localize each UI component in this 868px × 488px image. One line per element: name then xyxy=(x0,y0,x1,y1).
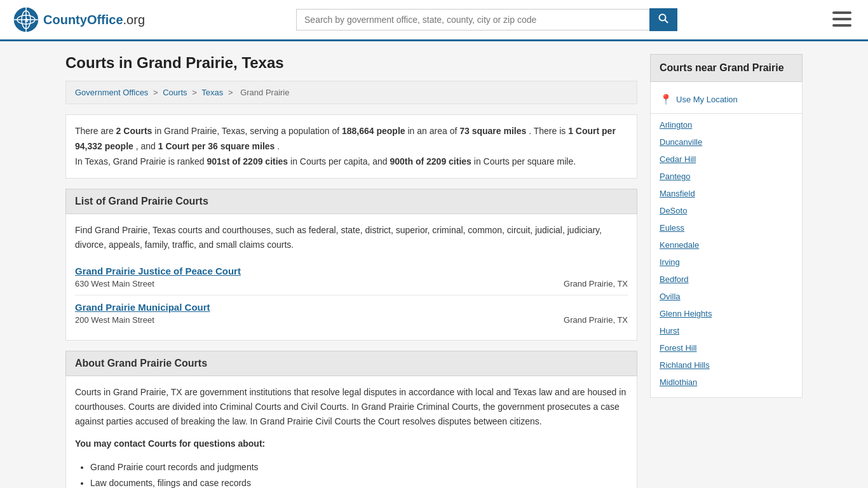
stats-rank-sqmile: 900th of 2209 cities xyxy=(390,156,471,166)
sidebar-link-pantego[interactable]: Pantego xyxy=(651,168,802,185)
location-pin-icon: 📍 xyxy=(660,93,672,105)
sidebar-link-hurst[interactable]: Hurst xyxy=(651,322,802,339)
court-link-2[interactable]: Grand Prairie Municipal Court xyxy=(75,302,210,313)
sidebar-link-forest-hill[interactable]: Forest Hill xyxy=(651,339,802,356)
sidebar-link-ovilla[interactable]: Ovilla xyxy=(651,288,802,305)
search-button[interactable] xyxy=(649,8,677,31)
page-title: Courts in Grand Prairie, Texas xyxy=(65,54,637,72)
sidebar-link-bedford[interactable]: Bedford xyxy=(651,271,802,288)
court-city-1: Grand Prairie, TX xyxy=(564,279,628,288)
sidebar-link-cedar-hill[interactable]: Cedar Hill xyxy=(651,151,802,168)
stats-text1: There are xyxy=(75,126,116,136)
about-body-text: Courts in Grand Prairie, TX are governme… xyxy=(75,385,628,429)
content-area: Courts in Grand Prairie, Texas Governmen… xyxy=(65,54,637,488)
svg-rect-11 xyxy=(832,24,851,27)
about-section-header: About Grand Prairie Courts xyxy=(65,351,637,376)
contact-item-2: Law documents, filings and case records xyxy=(90,475,628,488)
svg-rect-9 xyxy=(832,11,851,14)
use-my-location[interactable]: 📍 Use My Location xyxy=(651,88,802,111)
sidebar-title: Courts near Grand Prairie xyxy=(650,54,803,82)
about-section-body: Courts in Grand Prairie, TX are governme… xyxy=(65,376,637,488)
court-details-1: 630 West Main Street Grand Prairie, TX xyxy=(75,279,628,288)
court-name-2: Grand Prairie Municipal Court xyxy=(75,302,628,313)
stats-per-sqmile: 1 Court per 36 square miles xyxy=(158,141,275,151)
court-address-2: 200 West Main Street xyxy=(75,315,154,325)
sidebar-link-irving[interactable]: Irving xyxy=(651,254,802,271)
search-input[interactable] xyxy=(296,9,649,30)
sidebar-link-richland-hills[interactable]: Richland Hills xyxy=(651,356,802,374)
stats-population: 188,664 people xyxy=(342,126,405,136)
stats-count: 2 Courts xyxy=(116,126,153,136)
sidebar-link-duncanville[interactable]: Duncanville xyxy=(651,133,802,151)
list-section: List of Grand Prairie Courts Find Grand … xyxy=(65,189,637,341)
court-link-1[interactable]: Grand Prairie Justice of Peace Court xyxy=(75,266,241,276)
svg-rect-10 xyxy=(832,18,851,20)
breadcrumb-texas[interactable]: Texas xyxy=(201,88,223,97)
sidebar: Courts near Grand Prairie 📍 Use My Locat… xyxy=(650,54,803,488)
court-name-1: Grand Prairie Justice of Peace Court xyxy=(75,266,628,276)
svg-line-8 xyxy=(665,20,668,24)
contact-list: Grand Prairie court records and judgment… xyxy=(90,459,628,488)
court-entry-2: Grand Prairie Municipal Court 200 West M… xyxy=(75,295,628,331)
svg-point-7 xyxy=(660,15,666,21)
menu-button[interactable] xyxy=(829,8,855,32)
court-details-2: 200 West Main Street Grand Prairie, TX xyxy=(75,315,628,325)
stats-text4: . There is xyxy=(529,126,568,136)
stats-area: 73 square miles xyxy=(459,126,526,136)
list-description: Find Grand Prairie, Texas courts and cou… xyxy=(75,223,628,252)
search-bar xyxy=(296,8,677,31)
court-entry-1: Grand Prairie Justice of Peace Court 630… xyxy=(75,259,628,295)
list-section-header: List of Grand Prairie Courts xyxy=(65,189,637,214)
main-container: Courts in Grand Prairie, Texas Governmen… xyxy=(53,41,815,488)
breadcrumb-gov-offices[interactable]: Government Offices xyxy=(75,88,148,97)
sidebar-divider xyxy=(651,113,802,114)
sidebar-link-mansfield[interactable]: Mansfield xyxy=(651,185,802,202)
stats-rank-text3: in Courts per square mile. xyxy=(474,156,576,166)
stats-text5: , and xyxy=(136,141,158,151)
stats-rank-capita: 901st of 2209 cities xyxy=(207,156,288,166)
stats-section: There are 2 Courts in Grand Prairie, Tex… xyxy=(65,114,637,179)
hamburger-icon xyxy=(832,11,851,27)
sidebar-link-desoto[interactable]: DeSoto xyxy=(651,202,802,219)
svg-text:★: ★ xyxy=(24,17,30,24)
use-location-label: Use My Location xyxy=(676,95,738,104)
about-section: About Grand Prairie Courts Courts in Gra… xyxy=(65,351,637,488)
stats-text2: in Grand Prairie, Texas, serving a popul… xyxy=(154,126,342,136)
contact-label: You may contact Courts for questions abo… xyxy=(75,437,628,451)
sidebar-link-kennedale[interactable]: Kennedale xyxy=(651,236,802,254)
breadcrumb-current: Grand Prairie xyxy=(240,88,289,97)
breadcrumb-courts[interactable]: Courts xyxy=(163,88,187,97)
sidebar-link-euless[interactable]: Euless xyxy=(651,219,802,236)
logo-text: CountyOffice.org xyxy=(43,13,145,27)
stats-rank-text2: in Courts per capita, and xyxy=(290,156,390,166)
sidebar-content: 📍 Use My Location Arlington Duncanville … xyxy=(650,82,803,398)
stats-text6: . xyxy=(277,141,280,151)
logo-icon: ★ xyxy=(13,6,39,33)
search-icon xyxy=(658,13,668,24)
stats-rank-text1: In Texas, Grand Prairie is ranked xyxy=(75,156,207,166)
breadcrumb-sep3: > xyxy=(228,88,235,97)
court-address-1: 630 West Main Street xyxy=(75,279,154,288)
breadcrumb: Government Offices > Courts > Texas > Gr… xyxy=(65,81,637,104)
court-city-2: Grand Prairie, TX xyxy=(564,315,628,325)
contact-item-1: Grand Prairie court records and judgment… xyxy=(90,459,628,475)
sidebar-link-glenn-heights[interactable]: Glenn Heights xyxy=(651,305,802,322)
sidebar-link-midlothian[interactable]: Midlothian xyxy=(651,374,802,391)
stats-text3: in an area of xyxy=(407,126,459,136)
sidebar-link-arlington[interactable]: Arlington xyxy=(651,116,802,133)
site-header: ★ CountyOffice.org xyxy=(0,0,868,41)
breadcrumb-sep1: > xyxy=(153,88,160,97)
list-section-body: Find Grand Prairie, Texas courts and cou… xyxy=(65,214,637,341)
logo[interactable]: ★ CountyOffice.org xyxy=(13,6,145,33)
breadcrumb-sep2: > xyxy=(192,88,199,97)
